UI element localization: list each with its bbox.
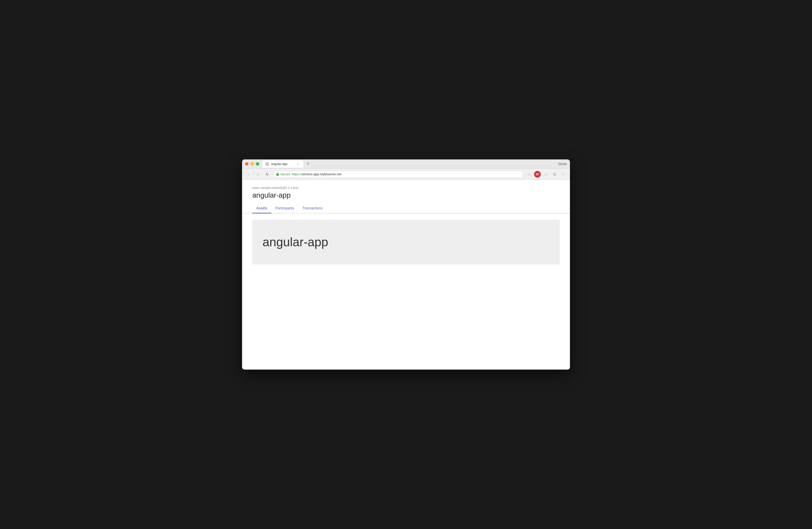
tab-transactions[interactable]: Transactions: [298, 203, 327, 214]
url-bar[interactable]: Secure https://simons-app.mybluemix.net: [273, 171, 523, 178]
address-bar: ‹ › ↻ Secure https://simons-app.mybluemi…: [242, 169, 570, 180]
menu-button[interactable]: ⋮: [560, 171, 567, 178]
hero-title: angular-app: [263, 235, 328, 249]
extensions-icon: □: [545, 172, 547, 176]
maximize-button[interactable]: [256, 162, 259, 166]
browser-tab-active[interactable]: angular-app ×: [262, 160, 303, 168]
traffic-lights: [245, 162, 259, 166]
address-bar-actions: ☆ SP □ ⊟ ⋮: [525, 171, 567, 178]
profile-button[interactable]: SP: [534, 171, 541, 177]
tab-participants[interactable]: Participants: [271, 203, 298, 214]
extensions-button[interactable]: □: [542, 171, 549, 178]
cast-icon: ⊟: [553, 172, 556, 176]
star-icon: ☆: [527, 172, 531, 176]
cast-button[interactable]: ⊟: [551, 171, 558, 178]
forward-button[interactable]: ›: [255, 171, 262, 178]
refresh-button[interactable]: ↻: [264, 171, 271, 178]
profile-initials: SP: [536, 173, 539, 176]
refresh-icon: ↻: [266, 172, 269, 176]
back-button[interactable]: ‹: [245, 171, 252, 178]
secure-label: Secure: [280, 172, 290, 176]
breadcrumb: basic-sample-network@0.2.3.bna: [252, 186, 560, 190]
page-title: angular-app: [252, 191, 560, 199]
close-button[interactable]: [245, 162, 248, 166]
tab-close-button[interactable]: ×: [296, 162, 300, 166]
hero-banner: angular-app: [252, 220, 560, 264]
lock-icon: [276, 172, 279, 176]
browser-window: angular-app × + Simon ‹ › ↻ Sec: [242, 159, 570, 370]
back-icon: ‹: [248, 172, 249, 176]
url-text: https://simons-app.mybluemix.net: [292, 172, 342, 176]
svg-rect-0: [276, 174, 279, 175]
page-content: basic-sample-network@0.2.3.bna angular-a…: [242, 180, 570, 370]
user-label: Simon: [558, 162, 567, 166]
tab-favicon: [265, 162, 269, 166]
tab-assets[interactable]: Assets: [252, 203, 271, 214]
url-https: https://: [292, 172, 302, 176]
title-bar: angular-app × + Simon: [242, 159, 570, 169]
minimize-button[interactable]: [250, 162, 254, 166]
page-header: basic-sample-network@0.2.3.bna angular-a…: [242, 180, 570, 199]
new-tab-button[interactable]: +: [304, 160, 311, 168]
bookmark-button[interactable]: ☆: [525, 171, 533, 178]
menu-icon: ⋮: [562, 172, 565, 176]
nav-tabs: Assets Participants Transactions: [242, 203, 570, 214]
url-domain: simons-app.mybluemix.net: [302, 172, 342, 176]
tab-bar: angular-app × +: [262, 160, 558, 168]
tab-title: angular-app: [271, 162, 294, 166]
forward-icon: ›: [258, 172, 259, 176]
